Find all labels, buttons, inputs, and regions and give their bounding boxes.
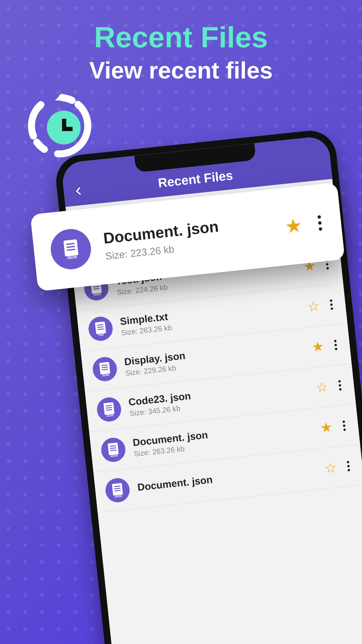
recent-clock-icon — [27, 91, 97, 161]
file-type-icon: JSON — [100, 437, 126, 463]
file-type-icon: JSON — [49, 227, 93, 271]
star-icon[interactable]: ★ — [319, 419, 333, 436]
hero-subtitle: View recent files — [0, 57, 362, 84]
more-menu-button[interactable] — [344, 460, 353, 471]
svg-rect-24 — [104, 402, 115, 415]
svg-text:JSON: JSON — [93, 293, 101, 297]
svg-text:JSON: JSON — [66, 255, 77, 260]
svg-text:JSON: JSON — [106, 414, 114, 418]
file-type-icon: PDF — [87, 316, 114, 342]
svg-text:PDF: PDF — [98, 333, 104, 337]
more-menu-button[interactable] — [331, 339, 340, 350]
svg-rect-19 — [99, 362, 110, 375]
more-menu-button[interactable] — [315, 215, 325, 231]
file-name: Document. json — [137, 463, 317, 493]
hero-title: Recent Files — [0, 20, 362, 54]
star-icon[interactable]: ☆ — [315, 379, 329, 395]
star-icon[interactable]: ★ — [311, 338, 325, 355]
more-menu-button[interactable] — [336, 380, 344, 391]
star-icon[interactable]: ☆ — [307, 298, 320, 315]
svg-rect-3 — [62, 127, 73, 131]
svg-rect-34 — [112, 483, 123, 496]
more-menu-button[interactable] — [340, 420, 349, 431]
star-icon[interactable]: ☆ — [324, 460, 338, 476]
star-icon[interactable]: ★ — [284, 214, 303, 238]
svg-text:JSON: JSON — [102, 373, 109, 377]
file-type-icon: JSON — [104, 477, 131, 503]
svg-rect-14 — [95, 322, 106, 334]
file-type-icon: JSON — [92, 356, 118, 382]
file-type-icon: JSON — [96, 396, 122, 423]
svg-text:JSON: JSON — [114, 494, 122, 498]
svg-rect-39 — [63, 239, 78, 256]
svg-text:JSON: JSON — [110, 454, 118, 458]
svg-rect-29 — [108, 443, 119, 455]
more-menu-button[interactable] — [327, 299, 336, 310]
